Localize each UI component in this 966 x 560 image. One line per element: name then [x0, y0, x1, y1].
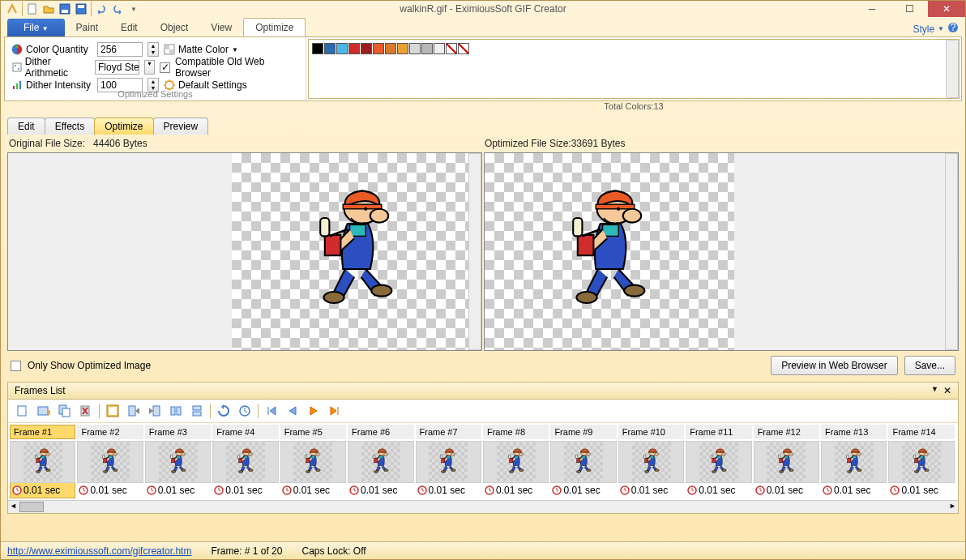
frame-item[interactable]: Frame #80.01 sec: [483, 425, 549, 498]
flip-h-icon[interactable]: [168, 403, 184, 419]
status-url[interactable]: http://www.eximioussoft.com/gifcreator.h…: [7, 545, 191, 557]
frame-item[interactable]: Frame #90.01 sec: [550, 425, 616, 498]
delete-frame-icon[interactable]: [78, 403, 94, 419]
svg-rect-40: [193, 406, 201, 410]
matte-color-dropdown[interactable]: Matte Color ▼: [164, 44, 238, 55]
first-frame-icon[interactable]: [263, 403, 280, 419]
dither-arith-label: Dither Arithmetic: [11, 56, 90, 79]
color-swatch[interactable]: [373, 43, 384, 54]
new-icon[interactable]: [26, 2, 39, 15]
svg-rect-36: [129, 406, 135, 416]
save-button[interactable]: Save...: [904, 356, 955, 375]
color-swatch[interactable]: [385, 43, 396, 54]
save-icon[interactable]: [58, 2, 71, 15]
tab-optimize[interactable]: Optimize: [243, 18, 306, 36]
frame-duration: 0.01 sec: [821, 483, 887, 498]
color-swatch[interactable]: [348, 43, 360, 54]
flip-v-icon[interactable]: [189, 403, 205, 419]
prev-frame-icon[interactable]: [284, 403, 301, 419]
timing-icon[interactable]: [237, 403, 253, 419]
help-icon[interactable]: ?: [947, 22, 959, 36]
frame-item[interactable]: Frame #20.01 sec: [77, 425, 143, 498]
compat-checkbox[interactable]: ✓: [160, 62, 170, 73]
empty-swatch[interactable]: [458, 43, 469, 54]
duplicate-frame-icon[interactable]: [57, 403, 73, 419]
scrollbar[interactable]: [468, 153, 481, 350]
color-swatch[interactable]: [421, 43, 433, 54]
saveas-icon[interactable]: [75, 2, 88, 15]
subtab-effects[interactable]: Effects: [45, 118, 95, 135]
undo-icon[interactable]: [95, 2, 108, 15]
frame-item[interactable]: Frame #110.01 sec: [686, 425, 751, 498]
tab-edit[interactable]: Edit: [109, 19, 149, 36]
frame-props-icon[interactable]: [105, 403, 121, 419]
open-icon[interactable]: [42, 2, 55, 15]
tab-object[interactable]: Object: [149, 19, 200, 36]
frame-thumb: [754, 441, 819, 483]
only-optimized-checkbox[interactable]: [11, 361, 21, 371]
color-swatch[interactable]: [397, 43, 408, 54]
close-panel-icon[interactable]: ✕: [943, 385, 951, 396]
color-swatch[interactable]: [409, 43, 421, 54]
move-right-icon[interactable]: [147, 403, 163, 419]
color-swatch[interactable]: [312, 43, 323, 54]
svg-rect-39: [177, 407, 181, 415]
redo-icon[interactable]: [111, 2, 124, 15]
rotate-icon[interactable]: [216, 403, 232, 419]
frame-duration: 0.01 sec: [888, 483, 954, 498]
file-tab[interactable]: File ▼: [7, 19, 65, 36]
next-frame-icon[interactable]: [306, 403, 322, 419]
optimized-preview: [484, 152, 959, 351]
subtab-optimize[interactable]: Optimize: [94, 118, 153, 135]
close-button[interactable]: ✕: [928, 1, 965, 17]
frame-item[interactable]: Frame #140.01 sec: [888, 425, 954, 498]
frame-item[interactable]: Frame #130.01 sec: [821, 425, 887, 498]
frames-scrollbar[interactable]: ◄ ►: [8, 500, 958, 513]
subtab-edit[interactable]: Edit: [7, 118, 45, 135]
subtab-preview[interactable]: Preview: [153, 118, 209, 135]
frame-duration: 0.01 sec: [10, 483, 75, 498]
color-swatch[interactable]: [361, 43, 372, 54]
frame-thumb: [888, 441, 954, 483]
new-frame-icon[interactable]: [15, 403, 31, 419]
frame-duration: 0.01 sec: [280, 483, 346, 498]
frame-item[interactable]: Frame #50.01 sec: [280, 425, 346, 498]
scrollbar[interactable]: [945, 153, 958, 350]
color-swatch[interactable]: [324, 43, 336, 54]
group-caption: Optimized Settings: [5, 89, 306, 99]
combo-dropdown[interactable]: ▼: [144, 60, 156, 75]
minimize-button[interactable]: ─: [853, 1, 891, 17]
color-swatch[interactable]: [336, 43, 348, 54]
svg-rect-38: [171, 407, 175, 415]
frame-duration: 0.01 sec: [416, 483, 481, 498]
qat-dropdown-icon[interactable]: ▼: [127, 2, 140, 15]
frame-item[interactable]: Frame #10.01 sec: [10, 425, 75, 498]
svg-rect-11: [169, 49, 174, 54]
preview-browser-button[interactable]: Preview in Web Browser: [771, 356, 898, 375]
scrollbar[interactable]: [946, 40, 959, 98]
frame-item[interactable]: Frame #60.01 sec: [348, 425, 413, 498]
frame-thumb: [212, 441, 278, 483]
frame-item[interactable]: Frame #120.01 sec: [754, 425, 819, 498]
last-frame-icon[interactable]: [327, 403, 343, 419]
move-left-icon[interactable]: [126, 403, 142, 419]
maximize-button[interactable]: ☐: [891, 1, 928, 17]
svg-rect-17: [19, 81, 21, 89]
frame-item[interactable]: Frame #70.01 sec: [416, 425, 481, 498]
frame-item[interactable]: Frame #40.01 sec: [212, 425, 278, 498]
frame-item[interactable]: Frame #100.01 sec: [618, 425, 684, 498]
frame-item[interactable]: Frame #30.01 sec: [145, 425, 211, 498]
svg-rect-37: [153, 406, 160, 416]
spinner[interactable]: ▲▼: [147, 42, 159, 57]
empty-swatch[interactable]: [446, 43, 457, 54]
import-frame-icon[interactable]: [36, 403, 52, 419]
frame-duration: 0.01 sec: [754, 483, 819, 498]
tab-view[interactable]: View: [199, 19, 243, 36]
frame-label: Frame #8: [483, 425, 549, 439]
color-quantity-input[interactable]: [97, 42, 143, 57]
style-menu[interactable]: Style ▼ ?: [913, 22, 959, 36]
color-swatch[interactable]: [434, 43, 445, 54]
tab-paint[interactable]: Paint: [65, 19, 109, 36]
dropdown-icon[interactable]: ▼: [931, 385, 938, 396]
dither-arith-combo[interactable]: Floyd Stei: [95, 60, 139, 75]
